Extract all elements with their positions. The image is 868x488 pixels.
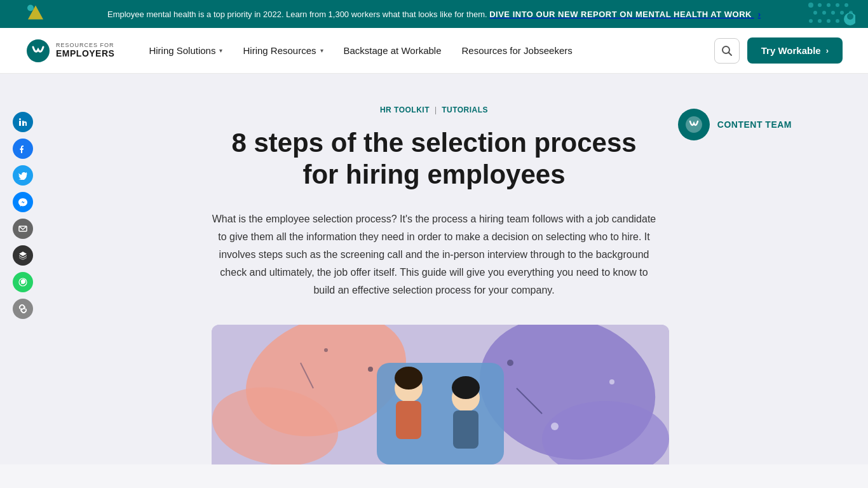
breadcrumb-separator: | xyxy=(435,105,437,114)
svg-point-14 xyxy=(827,19,831,23)
article-container: HR TOOLKIT | TUTORIALS 8 steps of the se… xyxy=(199,105,669,464)
nav-item-jobseekers[interactable]: Resources for Jobseekers xyxy=(453,40,581,61)
svg-point-13 xyxy=(818,19,822,23)
svg-point-4 xyxy=(827,3,831,7)
facebook-icon xyxy=(18,144,27,153)
buffer-icon xyxy=(18,251,27,260)
try-workable-label: Try Workable xyxy=(761,45,821,56)
svg-point-10 xyxy=(840,11,844,15)
svg-point-3 xyxy=(818,3,822,7)
nav-links: Hiring Solutions ▾ Hiring Resources ▾ Ba… xyxy=(140,40,714,61)
logo-employers: EMPLOYERS xyxy=(56,49,114,58)
copy-link-icon xyxy=(18,304,27,313)
navbar: RESOURCES FOR EMPLOYERS Hiring Solutions… xyxy=(0,28,868,74)
article-intro: What is the employee selection process? … xyxy=(212,210,656,299)
svg-point-40 xyxy=(368,367,373,372)
svg-point-36 xyxy=(395,367,423,390)
whatsapp-icon xyxy=(18,278,27,287)
banner-cta-arrow: › xyxy=(758,10,761,19)
nav-right: Try Workable › xyxy=(714,37,843,64)
breadcrumb-tutorials[interactable]: TUTORIALS xyxy=(442,105,488,114)
svg-rect-35 xyxy=(396,401,421,439)
messenger-icon xyxy=(18,198,27,207)
social-linkedin-button[interactable] xyxy=(13,112,33,132)
top-banner: Employee mental health is a top priority… xyxy=(0,0,868,28)
svg-rect-38 xyxy=(453,410,478,449)
svg-point-8 xyxy=(822,11,826,15)
article-title: 8 steps of the selection process for hir… xyxy=(212,127,656,191)
svg-point-6 xyxy=(844,3,848,7)
svg-point-39 xyxy=(452,376,480,399)
social-sidebar xyxy=(13,112,33,319)
nav-label-hiring-solutions: Hiring Solutions xyxy=(149,45,215,56)
breadcrumb: HR TOOLKIT | TUTORIALS xyxy=(212,105,656,114)
svg-point-9 xyxy=(831,11,835,15)
twitter-icon xyxy=(18,171,27,180)
author-avatar xyxy=(678,109,710,140)
search-icon xyxy=(721,45,733,57)
svg-point-5 xyxy=(836,3,839,7)
svg-point-12 xyxy=(809,19,813,23)
banner-text-normal: Employee mental health is a top priority… xyxy=(107,10,487,19)
hero-illustration xyxy=(212,325,669,464)
svg-point-1 xyxy=(27,5,34,11)
search-button[interactable] xyxy=(714,38,740,64)
nav-item-hiring-resources[interactable]: Hiring Resources ▾ xyxy=(234,40,332,61)
svg-point-41 xyxy=(507,360,513,366)
social-email-button[interactable] xyxy=(13,219,33,239)
svg-point-2 xyxy=(808,3,813,8)
nav-label-hiring-resources: Hiring Resources xyxy=(243,45,316,56)
author-logo-icon xyxy=(684,115,703,134)
svg-marker-23 xyxy=(19,252,27,256)
try-workable-button[interactable]: Try Workable › xyxy=(747,37,843,64)
linkedin-icon xyxy=(18,118,27,126)
banner-message: Employee mental health is a top priority… xyxy=(13,10,855,19)
svg-rect-20 xyxy=(19,121,21,126)
banner-icon-left xyxy=(25,3,46,25)
nav-label-jobseekers: Resources for Jobseekers xyxy=(462,45,573,56)
chevron-down-icon-2: ▾ xyxy=(320,47,323,54)
navbar-logo[interactable]: RESOURCES FOR EMPLOYERS xyxy=(25,38,114,64)
workable-logo-icon xyxy=(25,38,51,64)
nav-item-backstage[interactable]: Backstage at Workable xyxy=(335,40,451,61)
main-content: HR TOOLKIT | TUTORIALS 8 steps of the se… xyxy=(0,74,868,464)
svg-point-44 xyxy=(609,379,614,384)
banner-cta-text: DIVE INTO OUR NEW REPORT ON MENTAL HEALT… xyxy=(489,10,752,19)
svg-point-17 xyxy=(847,13,853,20)
chevron-down-icon: ▾ xyxy=(219,47,222,54)
svg-point-42 xyxy=(551,423,559,430)
svg-point-7 xyxy=(813,11,817,15)
hero-image xyxy=(212,325,669,464)
social-messenger-button[interactable] xyxy=(13,192,33,212)
social-buffer-button[interactable] xyxy=(13,245,33,266)
svg-point-21 xyxy=(19,118,21,120)
social-whatsapp-button[interactable] xyxy=(13,272,33,292)
banner-cta-link[interactable]: DIVE INTO OUR NEW REPORT ON MENTAL HEALT… xyxy=(489,10,761,19)
nav-label-backstage: Backstage at Workable xyxy=(344,45,442,56)
author-badge: CONTENT TEAM xyxy=(678,109,792,140)
social-twitter-button[interactable] xyxy=(13,165,33,186)
try-workable-arrow-icon: › xyxy=(826,46,829,55)
breadcrumb-hr-toolkit[interactable]: HR TOOLKIT xyxy=(380,105,430,114)
logo-text: RESOURCES FOR EMPLOYERS xyxy=(56,43,114,58)
email-icon xyxy=(18,224,27,233)
author-name: CONTENT TEAM xyxy=(717,119,792,130)
social-facebook-button[interactable] xyxy=(13,139,33,159)
nav-item-hiring-solutions[interactable]: Hiring Solutions ▾ xyxy=(140,40,231,61)
svg-point-43 xyxy=(324,348,328,352)
banner-decorations xyxy=(804,0,855,28)
svg-point-15 xyxy=(836,19,839,23)
social-copy-button[interactable] xyxy=(13,299,33,319)
svg-line-19 xyxy=(728,52,731,55)
